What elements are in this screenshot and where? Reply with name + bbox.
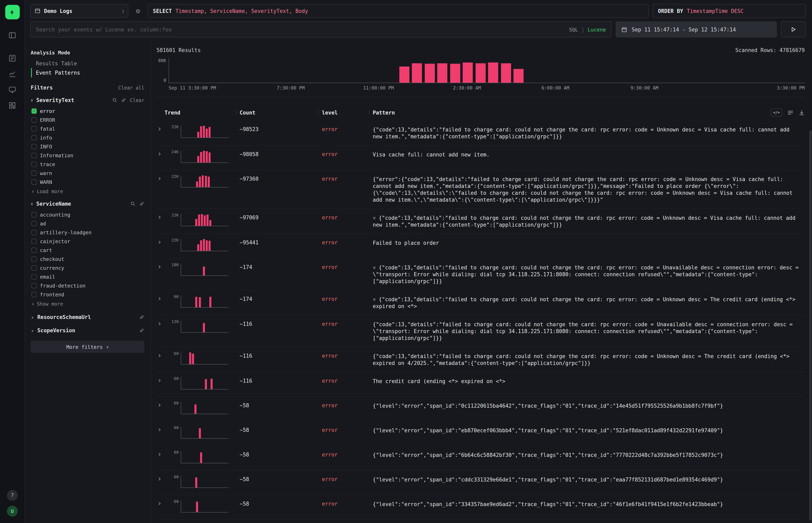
column-header-trend[interactable]: Trend: [157, 109, 240, 115]
clear-all-filters-button[interactable]: Clear all: [118, 85, 144, 91]
filter-group-severitytext[interactable]: ∨ SeverityText Clear: [31, 97, 144, 103]
column-drag-handle[interactable]: ⋮: [367, 110, 371, 115]
search-input[interactable]: [36, 26, 565, 33]
clear-facet-button[interactable]: Clear: [130, 97, 144, 103]
pattern-row[interactable]: ›60~58error{"level":"error","span_id":"e…: [157, 421, 805, 446]
column-header-pattern[interactable]: ⋮ Pattern </>: [373, 108, 805, 116]
histogram-bar[interactable]: [437, 63, 447, 83]
filter-severitytext-information[interactable]: Information: [31, 151, 144, 160]
pin-icon[interactable]: [139, 328, 144, 333]
checkbox-icon[interactable]: [32, 162, 37, 167]
checkbox-icon[interactable]: [32, 152, 37, 158]
chart-explorer-icon[interactable]: [5, 67, 20, 80]
histogram-plot[interactable]: [169, 58, 805, 83]
scrollbar[interactable]: [809, 130, 812, 521]
pattern-row[interactable]: ›22K~97069error×{"code":13,"details":"fa…: [157, 209, 805, 234]
analysis-mode-event-patterns[interactable]: Event Patterns: [31, 68, 144, 77]
checkbox-icon[interactable]: [32, 212, 37, 217]
app-logo[interactable]: [5, 5, 20, 19]
user-avatar[interactable]: U: [7, 506, 18, 517]
pattern-row[interactable]: ›22K~98523error{"code":13,"details":"fai…: [157, 121, 805, 146]
dashboards-icon[interactable]: [5, 98, 20, 112]
pattern-row[interactable]: ›180~174error×{"code":13,"details":"fail…: [157, 258, 805, 290]
search-logs-icon[interactable]: [5, 51, 20, 65]
pattern-row[interactable]: ›60~174error×{"code":13,"details":"faile…: [157, 290, 805, 315]
analysis-mode-results-table[interactable]: Results Table: [31, 59, 144, 68]
filter-servicename-currency[interactable]: currency: [31, 263, 144, 272]
filter-servicename-frontend[interactable]: frontend: [31, 290, 144, 299]
filter-severitytext-warn[interactable]: WARN: [31, 177, 144, 186]
filter-servicename-fraud-detection[interactable]: fraud-detection: [31, 281, 144, 290]
expand-row-icon[interactable]: ›: [157, 262, 162, 271]
histogram-bar[interactable]: [412, 63, 422, 83]
filter-servicename-ad[interactable]: ad: [31, 219, 144, 228]
histogram-bar[interactable]: [501, 63, 511, 83]
lucene-mode-toggle[interactable]: Lucene: [588, 26, 606, 33]
order-by-input[interactable]: ORDER BY TimestampTime DESC: [653, 4, 806, 18]
expand-row-icon[interactable]: ›: [157, 319, 162, 327]
expand-row-icon[interactable]: ›: [157, 294, 162, 303]
download-icon[interactable]: [799, 109, 805, 115]
search-bar[interactable]: SQL | Lucene: [30, 21, 612, 37]
histogram-bar[interactable]: [450, 64, 460, 83]
checkbox-icon[interactable]: [32, 274, 37, 279]
checkbox-icon[interactable]: [32, 170, 37, 176]
show-more-button[interactable]: › Show more: [32, 301, 144, 307]
expand-row-icon[interactable]: ›: [157, 474, 162, 483]
checkbox-icon[interactable]: ✓: [32, 108, 37, 113]
pattern-row[interactable]: ›60~116errorThe credit card (ending <*> …: [157, 372, 805, 397]
filter-servicename-cainjector[interactable]: cainjector: [31, 237, 144, 246]
checkbox-icon[interactable]: [32, 126, 37, 131]
pattern-row[interactable]: ›22K~95441errorFailed to place order: [157, 234, 805, 258]
filter-group-scopeversion[interactable]: › ScopeVersion: [31, 327, 144, 333]
pattern-row[interactable]: ›60~58error{"level":"error","span_id":"c…: [157, 471, 805, 495]
pattern-row[interactable]: ›120~116error{"code":13,"details":"faile…: [157, 315, 805, 347]
sessions-icon[interactable]: [5, 83, 20, 96]
expand-row-icon[interactable]: ›: [157, 400, 162, 409]
search-facet-icon[interactable]: [130, 201, 136, 206]
pin-icon[interactable]: [139, 201, 144, 206]
expand-row-icon[interactable]: ›: [157, 450, 162, 458]
filter-severitytext-info[interactable]: info: [31, 133, 144, 142]
column-drag-handle[interactable]: ⋮: [233, 110, 239, 115]
pattern-row[interactable]: ›60~58error{"level":"error","span_id":"6…: [157, 446, 805, 471]
collapse-sidebar-icon[interactable]: [5, 28, 20, 42]
pattern-row[interactable]: ›22K~97360error{"error":{"code":13,"deta…: [157, 170, 805, 209]
checkbox-icon[interactable]: [32, 135, 37, 140]
checkbox-icon[interactable]: [32, 117, 37, 122]
pin-icon[interactable]: [121, 97, 126, 103]
filter-severitytext-warn[interactable]: warn: [31, 168, 144, 177]
filter-severitytext-error[interactable]: ✓error: [31, 106, 144, 115]
load-more-button[interactable]: › Load more: [32, 189, 144, 194]
filter-servicename-email[interactable]: email: [31, 272, 144, 281]
checkbox-icon[interactable]: [32, 144, 37, 149]
checkbox-icon[interactable]: [32, 179, 37, 184]
pattern-row[interactable]: ›60~58error{"level":"error","span_id":"0…: [157, 397, 805, 421]
histogram-bar[interactable]: [463, 62, 473, 83]
search-facet-icon[interactable]: [112, 97, 117, 103]
checkbox-icon[interactable]: [32, 230, 37, 235]
run-query-button[interactable]: [781, 21, 806, 37]
expand-row-icon[interactable]: ›: [157, 499, 162, 507]
expand-row-icon[interactable]: ›: [157, 376, 162, 384]
help-button[interactable]: ?: [7, 490, 18, 501]
row-density-icon[interactable]: [788, 109, 793, 115]
filter-servicename-accounting[interactable]: accounting: [31, 210, 144, 219]
filter-severitytext-error[interactable]: ERROR: [31, 115, 144, 124]
filter-servicename-cart[interactable]: cart: [31, 246, 144, 254]
column-header-level[interactable]: ⋮ level: [322, 109, 373, 115]
checkbox-icon[interactable]: [32, 283, 37, 288]
expand-row-icon[interactable]: ›: [157, 351, 162, 359]
filter-severitytext-info[interactable]: INFO: [31, 142, 144, 151]
more-filters-button[interactable]: More filters ∨: [31, 341, 144, 353]
filter-servicename-artillery-loadgen[interactable]: artillery-loadgen: [31, 228, 144, 237]
filter-group-servicename[interactable]: ∨ ServiceName: [31, 201, 144, 207]
exclude-pattern-icon[interactable]: ×: [373, 215, 376, 221]
exclude-pattern-icon[interactable]: ×: [373, 265, 376, 271]
filter-servicename-checkout[interactable]: checkout: [31, 254, 144, 263]
pin-icon[interactable]: [139, 314, 144, 320]
histogram-bar[interactable]: [488, 63, 498, 83]
filter-severitytext-trace[interactable]: trace: [31, 160, 144, 168]
expand-row-icon[interactable]: ›: [157, 213, 162, 221]
checkbox-icon[interactable]: [32, 247, 37, 253]
